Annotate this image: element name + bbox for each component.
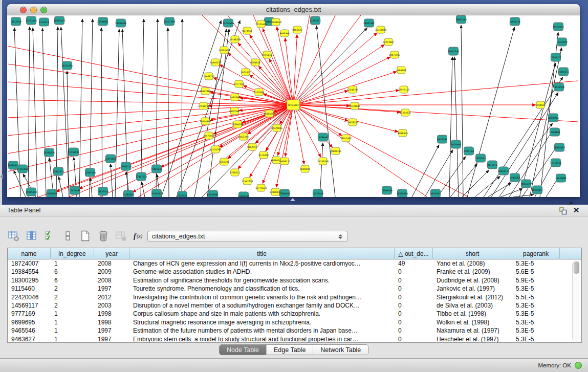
graph-node-cited[interactable]: 12775634 bbox=[255, 184, 267, 191]
graph-node-other[interactable]: 18034563 bbox=[554, 143, 565, 151]
column-header-out_de[interactable]: △ out_de... bbox=[395, 248, 433, 259]
splitter-grip-icon[interactable] bbox=[290, 198, 295, 201]
graph-node-other[interactable]: 7932621 bbox=[475, 154, 486, 162]
network-view[interactable]: 1961391015723145813307416965416253960812… bbox=[8, 15, 579, 197]
graph-node-cited[interactable]: 9115460 bbox=[254, 89, 264, 96]
graph-node-cited[interactable]: 12806351 bbox=[330, 147, 341, 155]
graph-node-other[interactable]: 15034981 bbox=[207, 190, 219, 197]
vertical-scrollbar[interactable] bbox=[572, 260, 580, 341]
graph-node-other[interactable]: 11645194 bbox=[84, 168, 96, 177]
graph-node-cited[interactable]: 12125439 bbox=[255, 20, 267, 28]
graph-node-cited[interactable]: 1621072 bbox=[241, 69, 251, 76]
graph-node-other[interactable]: 13942757 bbox=[53, 167, 64, 176]
table-row[interactable]: 1872400712008Changes of HCN gene express… bbox=[8, 259, 581, 268]
graph-node-cited[interactable]: 15489731 bbox=[203, 73, 214, 80]
graph-node-cited[interactable]: 8096475 bbox=[398, 129, 408, 137]
graph-node-other[interactable]: 12475489 bbox=[69, 186, 80, 194]
graph-node-other[interactable]: 9081229 bbox=[521, 180, 531, 188]
rows-icon-button[interactable] bbox=[61, 229, 74, 243]
new-column-icon-button[interactable] bbox=[79, 229, 92, 243]
delete-column-icon-button[interactable] bbox=[97, 229, 110, 243]
graph-node-other[interactable]: 25206050 bbox=[46, 189, 57, 197]
graph-node-cited[interactable]: 8790321 bbox=[230, 169, 240, 176]
graph-node-other[interactable]: 17957223 bbox=[136, 172, 147, 181]
graph-node-other[interactable]: 17284221 bbox=[310, 16, 321, 25]
graph-node-other[interactable]: 11482063 bbox=[123, 190, 134, 197]
graph-node-other[interactable]: 19613910 bbox=[10, 17, 21, 26]
graph-node-other[interactable]: 11323448 bbox=[312, 189, 323, 197]
column-header-short[interactable]: short bbox=[433, 248, 512, 259]
float-panel-icon[interactable] bbox=[558, 206, 568, 215]
graph-node-cited[interactable]: 9463627 bbox=[292, 26, 302, 33]
graph-node-cited[interactable]: 9573028 bbox=[258, 151, 269, 159]
graph-node-other[interactable]: 8471676 bbox=[487, 161, 497, 169]
graph-node-other[interactable]: 9245652 bbox=[510, 173, 520, 182]
tab-node-table[interactable]: Node Table bbox=[220, 345, 267, 355]
graph-node-cited[interactable]: 1599834 bbox=[535, 101, 546, 108]
graph-node-other[interactable]: 21054218 bbox=[509, 17, 520, 26]
graph-node-other[interactable]: 19915198 bbox=[26, 188, 37, 196]
graph-node-cited[interactable]: 12975115 bbox=[398, 86, 409, 93]
graph-node-cited[interactable]: 18300295 bbox=[232, 121, 243, 128]
graph-node-other[interactable]: 10826514 bbox=[97, 187, 108, 195]
graph-node-cited[interactable]: 15028573 bbox=[347, 119, 358, 126]
graph-node-cited[interactable]: 19014565 bbox=[200, 118, 211, 125]
table-row[interactable]: 1456911722003Disruption of a novel membe… bbox=[8, 301, 581, 310]
graph-node-other[interactable]: 16447244 bbox=[448, 47, 459, 55]
graph-node-other[interactable]: 12284777 bbox=[550, 53, 561, 61]
graph-node-cited[interactable]: 7485063 bbox=[396, 67, 406, 74]
graph-node-cited[interactable]: 20473011 bbox=[203, 132, 214, 139]
graph-node-cited[interactable]: 9874561 bbox=[242, 27, 252, 34]
scrollbar-thumb[interactable] bbox=[574, 261, 579, 274]
graph-node-other[interactable]: 20206536 bbox=[43, 148, 55, 157]
graph-node-cited[interactable]: 11795240 bbox=[317, 158, 329, 165]
graph-node-hub[interactable]: 18724007 bbox=[287, 100, 300, 110]
graph-node-other[interactable]: 16354780 bbox=[238, 192, 249, 197]
graph-node-other[interactable]: 10236584 bbox=[397, 189, 408, 197]
graph-node-other[interactable]: 11315682 bbox=[17, 165, 28, 173]
column-header-in_degree[interactable]: in_degree bbox=[51, 248, 94, 259]
graph-node-other[interactable]: 17359924 bbox=[68, 148, 79, 156]
graph-node-cited[interactable]: 13917462 bbox=[340, 135, 352, 142]
graph-node-other[interactable]: 10770301 bbox=[553, 23, 564, 31]
graph-node-cited[interactable]: 9356102 bbox=[219, 158, 229, 165]
graph-node-cited[interactable]: 9755812 bbox=[262, 51, 272, 58]
graph-node-other[interactable]: 10654112 bbox=[498, 167, 509, 175]
graph-node-cited[interactable]: 11544332 bbox=[400, 109, 411, 116]
graph-node-cited[interactable]: 17548212 bbox=[198, 102, 209, 110]
graph-node-cited[interactable]: 14569117 bbox=[279, 158, 290, 165]
graph-node-other[interactable]: 13464211 bbox=[558, 68, 569, 76]
graph-node-other[interactable]: 13505115 bbox=[120, 162, 132, 170]
graph-node-other[interactable]: 19245801 bbox=[555, 174, 567, 182]
network-window-titlebar[interactable]: citations_edges.txt bbox=[7, 4, 580, 15]
tab-edge-table[interactable]: Edge Table bbox=[267, 345, 313, 355]
graph-node-other[interactable]: 9474444 bbox=[451, 140, 461, 148]
graph-node-cited[interactable]: 14645373 bbox=[210, 59, 221, 66]
table-mode-icon-button[interactable] bbox=[7, 229, 20, 243]
graph-node-other[interactable]: 16965416 bbox=[54, 16, 65, 25]
graph-node-other[interactable]: 9924501 bbox=[430, 189, 441, 197]
graph-node-other[interactable]: 17710510 bbox=[550, 159, 561, 167]
column-header-pagerank[interactable]: pagerank bbox=[512, 248, 560, 259]
graph-node-other[interactable]: 25396081 bbox=[97, 17, 108, 26]
graph-node-other[interactable]: 18127260 bbox=[164, 17, 175, 26]
graph-node-cited[interactable]: 9465546 bbox=[279, 30, 290, 37]
table-row[interactable]: 1830029562008Estimation of significance … bbox=[8, 276, 581, 285]
memory-ok-indicator-icon[interactable] bbox=[575, 362, 582, 369]
graph-node-cited[interactable]: 9699695 bbox=[300, 165, 310, 172]
graph-node-other[interactable]: 2935114 bbox=[464, 147, 474, 155]
collapse-panel-arrow-icon[interactable] bbox=[0, 174, 3, 179]
graph-node-other[interactable]: 32975887 bbox=[105, 155, 116, 163]
graph-node-cited[interactable]: 6497568 bbox=[229, 107, 239, 115]
graph-node-other[interactable]: 6479197 bbox=[437, 135, 447, 143]
graph-node-other[interactable]: 10293847 bbox=[532, 186, 543, 194]
graph-node-other[interactable]: 16038765 bbox=[548, 114, 559, 122]
graph-node-cited[interactable]: 7462666 bbox=[230, 94, 240, 101]
graph-node-cited[interactable]: 9777169 bbox=[234, 80, 244, 87]
graph-node-other[interactable]: 15724506 bbox=[223, 19, 234, 27]
graph-node-other[interactable]: 13984556 bbox=[381, 186, 393, 194]
delete-table-icon-button[interactable] bbox=[115, 229, 128, 243]
graph-node-cited[interactable]: 16922084 bbox=[200, 87, 211, 95]
graph-node-other[interactable]: 11243022 bbox=[556, 38, 568, 46]
graph-node-cited[interactable]: 8462917 bbox=[247, 143, 257, 150]
